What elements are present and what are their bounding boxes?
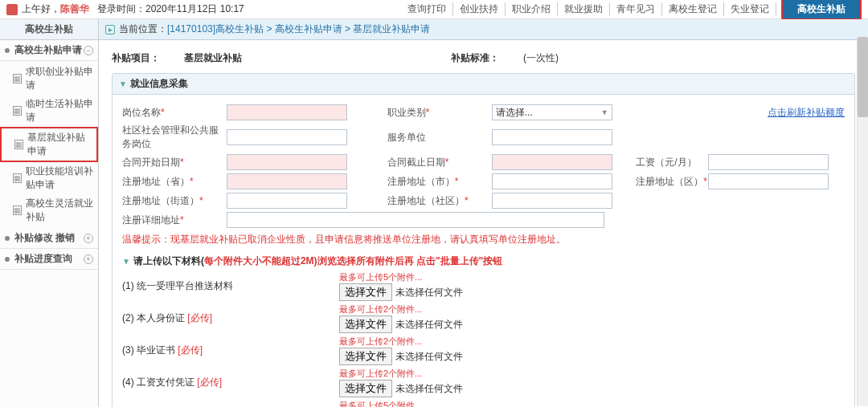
project-value: 基层就业补贴	[184, 51, 242, 65]
sel-category[interactable]: 请选择...▼	[492, 104, 612, 120]
menu-aid[interactable]: 就业援助	[558, 2, 610, 16]
inp-comm[interactable]	[227, 129, 347, 145]
side-item-templife[interactable]: ▦临时生活补贴申请	[0, 95, 98, 127]
no-file-text: 未选择任何文件	[395, 318, 463, 332]
upload-name: (3) 毕业证书 [必传]	[122, 344, 339, 357]
link-refresh[interactable]: 点击刷新补贴额度	[768, 106, 845, 120]
greeting: 上午好，陈善华	[22, 2, 89, 16]
inp-svc[interactable]	[492, 129, 612, 145]
side-group-modify[interactable]: 补贴修改 撤销+	[0, 228, 98, 249]
lbl-addr-p: 注册地址（省）*	[122, 175, 227, 189]
upload-name: (2) 本人身份证 [必传]	[122, 311, 339, 325]
inp-addr-d[interactable]	[708, 173, 829, 189]
scrollbar[interactable]	[857, 37, 868, 406]
upload-name: (1) 统一受理平台推送材料	[122, 279, 339, 293]
choose-file-button[interactable]: 选择文件	[339, 380, 392, 397]
side-item-grassroots[interactable]: ▦基层就业补贴申请	[0, 127, 98, 162]
sidebar-title: 高校生补贴	[0, 19, 98, 40]
side-group-progress[interactable]: 补贴进度查询+	[0, 249, 98, 270]
lbl-start: 合同开始日期*	[122, 156, 227, 169]
section-header: ▼就业信息采集	[113, 74, 854, 95]
choose-file-button[interactable]: 选择文件	[339, 348, 392, 365]
side-group-apply[interactable]: 高校生补贴申请–	[0, 40, 98, 61]
crumb-icon: ▸	[105, 25, 115, 35]
inp-start[interactable]	[227, 154, 347, 170]
menu-unemp[interactable]: 失业登记	[724, 2, 776, 16]
lbl-addr-d: 注册地址（区）*	[636, 175, 708, 189]
upload-row: (2) 本人身份证 [必传]最多可上传2个附件...选择文件未选择任何文件	[122, 303, 845, 333]
side-item-flexible[interactable]: ▦高校生灵活就业补贴	[0, 194, 98, 226]
standard-label: 补贴标准：	[451, 51, 523, 65]
upload-limit: 最多可上传2个附件...	[339, 336, 463, 348]
menu-startup[interactable]: 创业扶持	[453, 2, 506, 16]
menu-youth[interactable]: 青年见习	[610, 2, 662, 16]
top-menu: 查询打印 创业扶持 职业介绍 就业援助 青年见习 离校生登记 失业登记	[401, 2, 776, 16]
inp-end[interactable]	[492, 154, 612, 170]
inp-addr-s[interactable]	[227, 193, 347, 209]
sidebar: 高校生补贴 高校生补贴申请– ▦求职创业补贴申请 ▦临时生活补贴申请 ▦基层就业…	[0, 19, 99, 407]
lbl-addr-q: 注册地址（社区）*	[387, 194, 492, 208]
upload-limit: 最多可上传5个附件...	[339, 271, 463, 283]
lbl-addr-s: 注册地址（街道）*	[122, 194, 227, 208]
lbl-end: 合同截止日期*	[387, 156, 492, 169]
lbl-svc: 服务单位	[387, 131, 492, 144]
choose-file-button[interactable]: 选择文件	[339, 315, 392, 333]
upload-header: ▼请上传以下材料(每个附件大小不能超过2M)浏览选择所有附件后再 点击"批量上传…	[122, 254, 845, 268]
lbl-addr-det: 注册详细地址*	[122, 214, 227, 227]
standard-value: (一次性)	[523, 51, 559, 65]
upload-limit: 最多可上传2个附件...	[339, 368, 463, 380]
breadcrumb: ▸ 当前位置：[14170103]高校生补贴 > 高校生补贴申请 > 基层就业补…	[99, 19, 868, 40]
menu-print[interactable]: 查询打印	[401, 2, 453, 16]
lbl-post: 岗位名称*	[122, 106, 227, 120]
note-address: 温馨提示：现基层就业补贴已取消企业性质，且申请信息将推送单位注册地，请认真填写单…	[122, 233, 845, 246]
menu-career[interactable]: 职业介绍	[506, 2, 558, 16]
inp-addr-q[interactable]	[492, 193, 612, 209]
lbl-addr-c: 注册地址（市）*	[387, 175, 492, 189]
inp-post[interactable]	[227, 104, 347, 120]
project-label: 补贴项目：	[112, 51, 184, 65]
upload-limit: 最多可上传5个附件...	[339, 400, 463, 407]
upload-row: (3) 毕业证书 [必传]最多可上传2个附件...选择文件未选择任何文件	[122, 336, 845, 365]
upload-limit: 最多可上传2个附件...	[339, 303, 463, 315]
inp-addr-det[interactable]	[227, 212, 604, 228]
inp-wage[interactable]	[708, 154, 829, 170]
upload-name: (4) 工资支付凭证 [必传]	[122, 376, 339, 389]
user-icon	[6, 4, 18, 15]
upload-row: (1) 统一受理平台推送材料最多可上传5个附件...选择文件未选择任何文件	[122, 271, 845, 301]
upload-row: (4) 工资支付凭证 [必传]最多可上传2个附件...选择文件未选择任何文件	[122, 368, 845, 397]
choose-file-button[interactable]: 选择文件	[339, 283, 392, 301]
no-file-text: 未选择任何文件	[395, 350, 463, 364]
menu-grad[interactable]: 离校生登记	[662, 2, 724, 16]
lbl-comm: 社区社会管理和公共服务岗位	[122, 124, 227, 151]
no-file-text: 未选择任何文件	[395, 286, 463, 299]
inp-addr-p[interactable]	[227, 173, 347, 189]
lbl-cat: 职业类别*	[387, 106, 492, 120]
side-item-jobseek[interactable]: ▦求职创业补贴申请	[0, 63, 98, 95]
top-highlight-button[interactable]: 高校生补贴	[781, 0, 862, 20]
side-item-training[interactable]: ▦职业技能培训补贴申请	[0, 162, 98, 194]
upload-row: (5) 其他材料最多可上传5个附件...选择文件未选择任何文件	[122, 400, 845, 407]
login-time: 登录时间：2020年11月12日 10:17	[97, 2, 244, 16]
no-file-text: 未选择任何文件	[395, 382, 463, 396]
lbl-wage: 工资（元/月）	[636, 156, 708, 169]
inp-addr-c[interactable]	[492, 173, 612, 189]
scrollbar-thumb[interactable]	[858, 37, 868, 117]
